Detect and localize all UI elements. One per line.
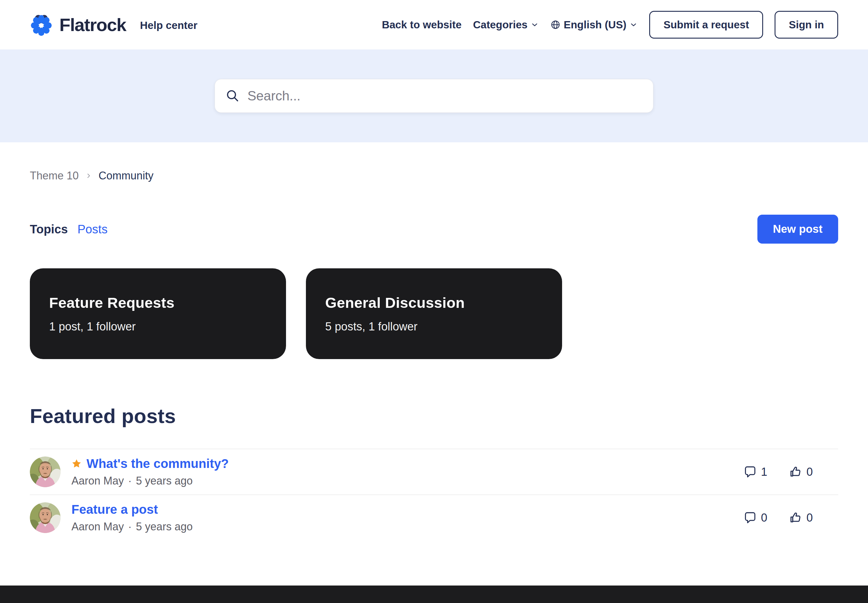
brand-logo-link[interactable]: Flatrock Help center: [30, 13, 198, 36]
footer: [0, 586, 868, 603]
language-label: English (US): [564, 19, 626, 31]
comment-count: 1: [743, 465, 767, 478]
meta-separator: ·: [128, 475, 132, 487]
breadcrumb-parent-link[interactable]: Theme 10: [30, 169, 79, 182]
post-row: Feature a post Aaron May · 5 years ago 0: [30, 495, 838, 540]
help-center-label: Help center: [140, 19, 198, 31]
thumbs-up-icon: [789, 511, 802, 524]
chevron-right-icon: [85, 172, 93, 180]
header-nav: Back to website Categories English (US): [382, 11, 838, 39]
search-input[interactable]: [247, 88, 642, 104]
post-age: 5 years ago: [136, 475, 193, 487]
post-title-link[interactable]: What's the community?: [86, 456, 229, 471]
breadcrumb-current: Community: [99, 169, 153, 182]
categories-label: Categories: [473, 19, 527, 31]
featured-posts-heading: Featured posts: [30, 404, 838, 428]
topic-card-feature-requests[interactable]: Feature Requests 1 post, 1 follower: [30, 268, 286, 359]
topic-card-general-discussion[interactable]: General Discussion 5 posts, 1 follower: [306, 268, 562, 359]
flatrock-logo-icon: [30, 13, 53, 36]
back-to-website-link[interactable]: Back to website: [382, 19, 462, 31]
chevron-down-icon: [629, 20, 638, 29]
post-author: Aaron May: [71, 475, 124, 487]
submit-request-button[interactable]: Submit a request: [649, 11, 763, 39]
search-box: [215, 79, 653, 113]
tab-topics[interactable]: Topics: [30, 223, 68, 236]
featured-posts-section: Featured posts: [30, 359, 838, 540]
comment-count: 0: [743, 511, 767, 524]
vote-count: 0: [789, 511, 813, 524]
categories-menu[interactable]: Categories: [473, 19, 539, 31]
chevron-down-icon: [530, 20, 539, 29]
tab-posts[interactable]: Posts: [77, 223, 108, 236]
globe-icon: [550, 20, 561, 30]
header: Flatrock Help center Back to website Cat…: [0, 0, 868, 49]
topics-grid: Feature Requests 1 post, 1 follower Gene…: [30, 268, 838, 359]
back-to-website-label: Back to website: [382, 19, 462, 31]
topic-meta: 5 posts, 1 follower: [325, 320, 543, 333]
featured-star-icon: [71, 459, 82, 469]
topic-title: Feature Requests: [49, 294, 267, 311]
search-section: [0, 49, 868, 142]
topic-meta: 1 post, 1 follower: [49, 320, 267, 333]
post-title-link[interactable]: Feature a post: [71, 502, 158, 517]
thumbs-up-icon: [789, 465, 802, 478]
vote-count: 0: [789, 465, 813, 478]
avatar: [30, 456, 60, 487]
new-post-button[interactable]: New post: [757, 215, 838, 244]
avatar: [30, 502, 60, 533]
post-age: 5 years ago: [136, 520, 193, 533]
post-row: What's the community? Aaron May · 5 year…: [30, 449, 838, 495]
breadcrumb: Theme 10 Community: [30, 142, 838, 182]
language-menu[interactable]: English (US): [550, 19, 638, 31]
community-toolbar: Topics Posts New post: [30, 215, 838, 244]
post-list: What's the community? Aaron May · 5 year…: [30, 448, 838, 540]
search-icon: [226, 89, 239, 103]
comment-icon: [743, 511, 757, 524]
sign-in-button[interactable]: Sign in: [775, 11, 838, 39]
brand-name: Flatrock: [59, 14, 126, 35]
meta-separator: ·: [128, 520, 132, 533]
post-author: Aaron May: [71, 520, 124, 533]
comment-icon: [743, 465, 757, 478]
topic-title: General Discussion: [325, 294, 543, 311]
